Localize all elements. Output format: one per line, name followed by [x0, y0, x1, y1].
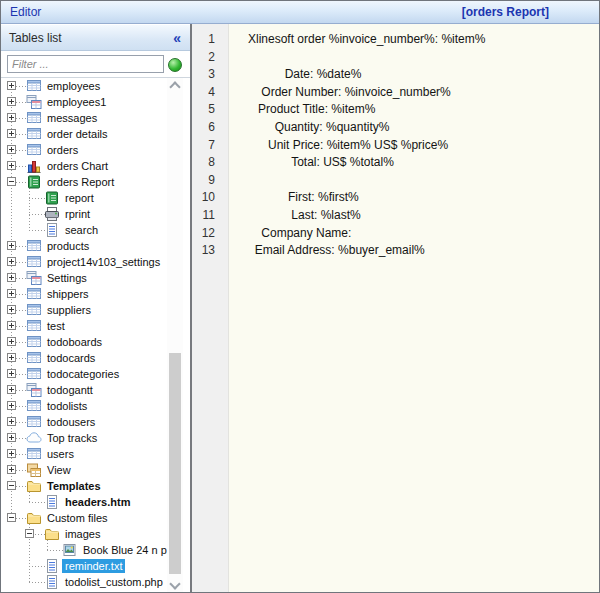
line-text[interactable]: Email Address: %buyer_email%: [228, 242, 425, 260]
tree-item-todogantt[interactable]: todogantt: [1, 382, 190, 398]
expand-icon[interactable]: [7, 449, 16, 458]
code-line[interactable]: 6 Quantity: %quantity%: [192, 119, 599, 137]
tree-item-label[interactable]: reminder.txt: [62, 559, 125, 573]
tree-item-label[interactable]: todogantt: [44, 383, 96, 397]
code-line[interactable]: 7 Unit Price: %item% US$ %price%: [192, 137, 599, 155]
tree-item-label[interactable]: todoboards: [44, 335, 105, 349]
tree-item-todolist-custom-php[interactable]: todolist_custom.php: [1, 574, 190, 590]
expand-icon[interactable]: [7, 113, 16, 122]
filter-input[interactable]: [7, 55, 164, 73]
line-text[interactable]: [228, 172, 281, 190]
tree-item-users[interactable]: users: [1, 446, 190, 462]
tree-item-label[interactable]: project14v103_settings: [44, 255, 163, 269]
code-editor[interactable]: 1Xlinesoft order %invoice_number%: %item…: [192, 24, 599, 593]
tree-item-rprint[interactable]: rprint: [1, 206, 190, 222]
tree-item-label[interactable]: Book Blue 24 n p.: [80, 543, 173, 557]
code-line[interactable]: 5 Product Title: %item%: [192, 101, 599, 119]
tree-item-book-blue-24-n-p-[interactable]: Book Blue 24 n p.: [1, 542, 190, 558]
expand-icon[interactable]: [7, 369, 16, 378]
expand-icon[interactable]: [7, 97, 16, 106]
expand-icon[interactable]: [7, 433, 16, 442]
expand-icon[interactable]: [7, 305, 16, 314]
tree-item-label[interactable]: messages: [44, 111, 100, 125]
tree-item-label[interactable]: todocards: [44, 351, 98, 365]
line-text[interactable]: Quantity: %quantity%: [228, 119, 389, 137]
tree-item-todocategories[interactable]: todocategories: [1, 366, 190, 382]
tree-item-label[interactable]: order details: [44, 127, 111, 141]
tree-item-label[interactable]: orders Report: [44, 175, 117, 189]
tree-item-orders-chart[interactable]: orders Chart: [1, 158, 190, 174]
tree-item-custom-files[interactable]: Custom files: [1, 510, 190, 526]
expand-icon[interactable]: [7, 273, 16, 282]
tree-item-headers-htm[interactable]: headers.htm: [1, 494, 190, 510]
tree-item-label[interactable]: employees: [44, 79, 103, 93]
tree-item-messages[interactable]: messages: [1, 110, 190, 126]
collapse-sidebar-icon[interactable]: «: [173, 26, 190, 50]
tree-item-templates[interactable]: Templates: [1, 478, 190, 494]
tree-item-todousers[interactable]: todousers: [1, 414, 190, 430]
code-line[interactable]: 10 First: %first%: [192, 189, 599, 207]
line-text[interactable]: Xlinesoft order %invoice_number%: %item%: [228, 31, 485, 49]
tree-item-label[interactable]: report: [62, 191, 97, 205]
line-text[interactable]: Company Name:: [228, 225, 351, 243]
collapse-icon[interactable]: [7, 513, 16, 522]
expand-icon[interactable]: [7, 401, 16, 410]
tree-item-todoboards[interactable]: todoboards: [1, 334, 190, 350]
line-text[interactable]: Order Number: %invoice_number%: [228, 84, 451, 102]
tree-item-label[interactable]: orders Chart: [44, 159, 111, 173]
tree-item-settings[interactable]: Settings: [1, 270, 190, 286]
code-line[interactable]: 11 Last: %last%: [192, 207, 599, 225]
line-text[interactable]: Unit Price: %item% US$ %price%: [228, 137, 448, 155]
line-text[interactable]: First: %first%: [228, 189, 359, 207]
tree-item-label[interactable]: View: [44, 463, 74, 477]
line-text[interactable]: Product Title: %item%: [228, 101, 375, 119]
tree-item-label[interactable]: todousers: [44, 415, 98, 429]
expand-icon[interactable]: [7, 161, 16, 170]
tree-item-label[interactable]: rprint: [62, 207, 93, 221]
tree-item-employees1[interactable]: employees1: [1, 94, 190, 110]
tree-item-label[interactable]: search: [62, 223, 101, 237]
code-line[interactable]: 8 Total: US$ %total%: [192, 154, 599, 172]
tree-item-label[interactable]: Settings: [44, 271, 90, 285]
scrollbar-thumb[interactable]: [169, 353, 181, 574]
code-area[interactable]: 1Xlinesoft order %invoice_number%: %item…: [192, 31, 599, 260]
expand-icon[interactable]: [7, 81, 16, 90]
expand-icon[interactable]: [7, 337, 16, 346]
tree-item-label[interactable]: todocategories: [44, 367, 122, 381]
tree-item-search[interactable]: search: [1, 222, 190, 238]
expand-icon[interactable]: [7, 257, 16, 266]
tree-item-label[interactable]: Templates: [44, 479, 104, 493]
code-line[interactable]: 2: [192, 49, 599, 67]
code-line[interactable]: 1Xlinesoft order %invoice_number%: %item…: [192, 31, 599, 49]
tree-item-label[interactable]: employees1: [44, 95, 109, 109]
expand-icon[interactable]: [7, 145, 16, 154]
tree-item-order-details[interactable]: order details: [1, 126, 190, 142]
tree-scrollbar[interactable]: [167, 78, 183, 593]
tree-item-label[interactable]: headers.htm: [62, 495, 133, 509]
tree-item-employees[interactable]: employees: [1, 78, 190, 94]
tree-item-label[interactable]: Custom files: [44, 511, 111, 525]
code-line[interactable]: 9: [192, 172, 599, 190]
expand-icon[interactable]: [7, 417, 16, 426]
line-text[interactable]: [228, 49, 301, 67]
tree-item-top-tracks[interactable]: Top tracks: [1, 430, 190, 446]
scroll-up-icon[interactable]: [169, 81, 180, 92]
expand-icon[interactable]: [7, 465, 16, 474]
collapse-icon[interactable]: [25, 529, 34, 538]
tree-item-label[interactable]: Top tracks: [44, 431, 100, 445]
tree-item-images[interactable]: images: [1, 526, 190, 542]
line-text[interactable]: Date: %date%: [228, 66, 361, 84]
tree-item-label[interactable]: test: [44, 319, 68, 333]
tree-item-project14v103-settings[interactable]: project14v103_settings: [1, 254, 190, 270]
expand-icon[interactable]: [7, 385, 16, 394]
tree-item-label[interactable]: todolist_custom.php: [62, 575, 166, 589]
expand-icon[interactable]: [7, 241, 16, 250]
tree-item-todolists[interactable]: todolists: [1, 398, 190, 414]
tree-item-label[interactable]: todolists: [44, 399, 90, 413]
tree-item-view[interactable]: View: [1, 462, 190, 478]
tree-item-report[interactable]: report: [1, 190, 190, 206]
tree-item-products[interactable]: products: [1, 238, 190, 254]
filter-status-button[interactable]: [168, 58, 182, 72]
expand-icon[interactable]: [7, 321, 16, 330]
collapse-icon[interactable]: [7, 481, 16, 490]
